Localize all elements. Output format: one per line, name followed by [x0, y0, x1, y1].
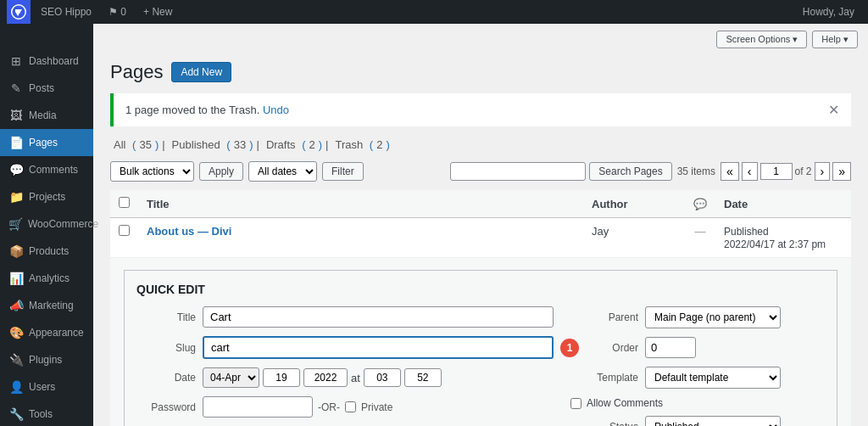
pages-arrow-icon: ◀: [78, 138, 85, 148]
search-box: Search Pages: [450, 162, 671, 181]
undo-link[interactable]: Undo: [263, 104, 289, 116]
quick-edit-cell: QUICK EDIT Title: [110, 258, 851, 427]
qe-min-input[interactable]: [404, 368, 442, 387]
plugins-icon: 🔌: [8, 353, 24, 367]
tab-all[interactable]: All (35): [110, 138, 159, 151]
qe-title-input[interactable]: [203, 306, 554, 328]
filter-button[interactable]: Filter: [322, 162, 364, 181]
sidebar-label-plugins: Plugins: [29, 354, 62, 366]
toolbar-left: Bulk actions Apply All dates Filter: [110, 161, 364, 182]
sidebar-label-woo: WooCommerce: [28, 218, 98, 230]
qe-slug-row: Slug 1: [136, 336, 554, 359]
tab-trash[interactable]: Trash (2): [331, 138, 389, 151]
sidebar-item-marketing[interactable]: 📣 Marketing: [0, 292, 93, 319]
qe-template-label: Template: [570, 372, 638, 384]
projects-icon: 📁: [8, 190, 24, 204]
quick-edit-right: Parent Main Page (no parent) Order: [570, 306, 825, 426]
qe-hour-input[interactable]: [364, 368, 401, 387]
qe-parent-select[interactable]: Main Page (no parent): [645, 306, 781, 328]
screen-options-area: Screen Options ▾ Help ▾: [716, 31, 858, 48]
tab-published[interactable]: Published (33): [169, 138, 253, 151]
qe-status-label: Status: [570, 421, 638, 426]
search-input[interactable]: [450, 162, 586, 181]
col-header-title[interactable]: Title: [138, 190, 583, 218]
select-all-checkbox[interactable]: [119, 197, 130, 208]
tools-icon: 🔧: [8, 407, 24, 421]
qe-day-input[interactable]: [263, 368, 300, 387]
sidebar-label-tools: Tools: [29, 408, 53, 420]
table-toolbar: Bulk actions Apply All dates Filter Sear…: [110, 161, 851, 182]
qe-title-row: Title: [136, 306, 554, 328]
sidebar-item-woocommerce[interactable]: 🛒 WooCommerce: [0, 210, 93, 238]
last-page-button[interactable]: »: [832, 162, 851, 181]
next-page-button[interactable]: ›: [815, 162, 831, 181]
date-filter-select[interactable]: All dates: [248, 161, 317, 182]
qe-slug-field: 1: [203, 336, 554, 359]
qe-month-select[interactable]: 04-Apr: [203, 367, 259, 388]
row-checkbox[interactable]: [119, 225, 130, 236]
qe-private-checkbox[interactable]: [345, 401, 356, 412]
tab-drafts[interactable]: Drafts (2): [263, 138, 322, 151]
search-pages-button[interactable]: Search Pages: [589, 162, 671, 181]
sidebar-item-comments[interactable]: 💬 Comments: [0, 156, 93, 183]
screen-options-button[interactable]: Screen Options ▾: [716, 31, 807, 48]
help-button[interactable]: Help ▾: [812, 31, 858, 48]
qe-year-input[interactable]: [303, 368, 348, 387]
col-header-author[interactable]: Author: [583, 190, 685, 218]
annotation-1: 1: [560, 339, 579, 357]
adminbar-new[interactable]: + New: [136, 0, 179, 24]
filter-tabs: All (35) | Published (33) | Drafts (2) |…: [110, 138, 851, 151]
sidebar-item-posts[interactable]: ✎ Posts: [0, 75, 93, 102]
page-title: Pages Add New: [110, 61, 851, 83]
page-input[interactable]: 1: [760, 163, 793, 180]
prev-page-button[interactable]: ‹: [742, 162, 758, 181]
pages-table: Title Author 💬 Date: [110, 190, 851, 426]
qe-template-select[interactable]: Default template: [645, 367, 781, 389]
first-page-button[interactable]: «: [721, 162, 739, 181]
appearance-icon: 🎨: [8, 326, 24, 339]
qe-slug-input[interactable]: [203, 336, 554, 359]
sidebar-item-analytics[interactable]: 📊 Analytics: [0, 265, 93, 292]
sidebar-item-plugins[interactable]: 🔌 Plugins: [0, 346, 93, 373]
table-row: About us — Divi Jay — Published 2022/04/…: [110, 218, 851, 258]
qe-password-row: Password -OR- Private: [136, 396, 554, 418]
marketing-icon: 📣: [8, 299, 24, 312]
analytics-icon: 📊: [8, 272, 24, 285]
apply-button[interactable]: Apply: [199, 162, 243, 181]
quick-edit-left: Title Slug: [136, 306, 554, 426]
woo-icon: 🛒: [8, 217, 23, 231]
col-header-date[interactable]: Date: [715, 190, 851, 218]
sidebar-item-users[interactable]: 👤 Users: [0, 373, 93, 401]
qe-order-label: Order: [570, 342, 638, 354]
add-new-button[interactable]: Add New: [171, 62, 231, 82]
adminbar-updates[interactable]: ⚑ 0: [102, 0, 133, 24]
sidebar-item-tools[interactable]: 🔧 Tools: [0, 401, 93, 426]
qe-allow-comments-label: Allow Comments: [587, 397, 663, 409]
qe-allow-comments-checkbox[interactable]: [570, 398, 581, 409]
adminbar-howdy[interactable]: Howdy, Jay: [796, 0, 861, 24]
about-us-link[interactable]: About us — Divi: [147, 225, 231, 238]
admin-bar: SEO Hippo ⚑ 0 + New Howdy, Jay: [0, 0, 868, 24]
posts-icon: ✎: [8, 81, 24, 95]
quick-edit-layout: Title Slug: [136, 306, 825, 426]
wp-logo[interactable]: [7, 0, 31, 24]
sidebar-label-media: Media: [29, 109, 57, 121]
qe-password-input[interactable]: [203, 396, 313, 418]
sidebar-item-projects[interactable]: 📁 Projects: [0, 183, 93, 210]
sidebar-item-appearance[interactable]: 🎨 Appearance: [0, 319, 93, 346]
qe-order-input[interactable]: [645, 337, 696, 358]
notice-close-icon[interactable]: ✕: [828, 102, 839, 118]
products-icon: 📦: [8, 244, 24, 258]
bulk-actions-select[interactable]: Bulk actions: [110, 161, 194, 182]
sidebar-item-dashboard[interactable]: ⊞ Dashboard: [0, 48, 93, 75]
qe-status-select[interactable]: Published: [645, 416, 781, 426]
dashboard-icon: ⊞: [8, 54, 24, 68]
adminbar-site[interactable]: SEO Hippo: [34, 0, 98, 24]
sidebar-item-products[interactable]: 📦 Products: [0, 238, 93, 265]
sidebar-item-media[interactable]: 🖼 Media: [0, 102, 93, 129]
sidebar-item-pages[interactable]: 📄 Pages ◀: [0, 129, 93, 156]
comments-icon: 💬: [8, 163, 24, 177]
notice-text: 1 page moved to the Trash. Undo: [125, 104, 289, 116]
qe-status-row: Status Published: [570, 416, 825, 426]
quick-edit-title: QUICK EDIT: [136, 283, 825, 296]
